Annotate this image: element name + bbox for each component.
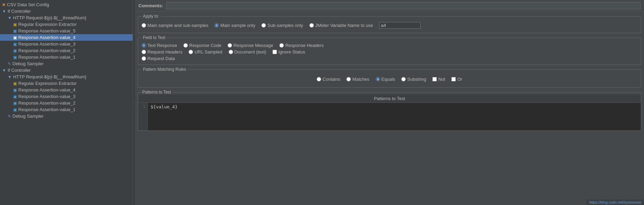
tree-label-assert2: Response Assertion-value_2 xyxy=(18,48,76,53)
tree-item-debug2[interactable]: ✎Debug Sampler xyxy=(0,113,133,119)
tree-icon-http2: ▼ xyxy=(8,75,12,79)
tree-label-assert2b: Response Assertion-value_2 xyxy=(18,100,76,106)
apply-main-sub[interactable]: Main sample and sub-samples xyxy=(142,23,208,28)
field-document-text[interactable]: Document (text) xyxy=(229,49,266,55)
jmeter-var-input-row xyxy=(379,22,421,29)
tree-item-debug1[interactable]: ✎Debug Sampler xyxy=(0,60,133,67)
tree-panel: ✖CSV Data Set Config▼If Controller▼HTTP … xyxy=(0,0,133,205)
pattern-substring[interactable]: Substring xyxy=(401,77,426,82)
tree-icon-regex1: ▣ xyxy=(13,22,17,27)
tree-icon-assert4: ▣ xyxy=(13,35,17,40)
tree-label-if2: If Controller xyxy=(8,68,31,73)
field-to-test-legend: Field to Test xyxy=(142,35,166,40)
url-bar: https://blog.csdn.net/zyooooxie xyxy=(586,199,644,205)
tree-icon-http1: ▼ xyxy=(8,16,12,20)
tree-label-debug2: Debug Sampler xyxy=(12,114,44,119)
tree-item-assert1[interactable]: ▣Response Assertion-value_1 xyxy=(0,54,133,60)
field-response-message[interactable]: Response Message xyxy=(228,43,273,48)
pattern-not[interactable]: Not xyxy=(432,77,445,82)
tree-icon-assert2b: ▣ xyxy=(13,101,17,106)
tree-icon-debug2: ✎ xyxy=(8,114,11,119)
field-response-headers[interactable]: Response Headers xyxy=(279,43,324,48)
tree-label-http2: HTTP Request-${p}-${__threadNum} xyxy=(13,74,86,79)
field-request-data[interactable]: Request Data xyxy=(142,56,175,61)
tree-label-regex2: Regular Expression Extractor xyxy=(18,81,77,86)
right-panel: Comments: Apply to: Main sample and sub-… xyxy=(135,0,644,205)
tree-item-assert3[interactable]: ▣Response Assertion-value_3 xyxy=(0,41,133,47)
jmeter-var-input[interactable] xyxy=(379,22,421,29)
field-row-3: Request Data xyxy=(142,55,637,62)
tree-label-assert4b: Response Assertion-value_4 xyxy=(18,87,76,92)
apply-to-options: Main sample and sub-samples Main sample … xyxy=(142,21,637,30)
code-content[interactable]: ${value_4} xyxy=(148,103,641,130)
tree-item-regex1[interactable]: ▣Regular Expression Extractor xyxy=(0,21,133,28)
tree-icon-assert2: ▣ xyxy=(13,48,17,53)
tree-icon-assert1b: ▣ xyxy=(13,107,17,112)
tree-item-assert4b[interactable]: ▣Response Assertion-value_4 xyxy=(0,87,133,93)
tree-item-http1[interactable]: ▼HTTP Request-${p}-${__threadNum} xyxy=(0,14,133,21)
tree-label-debug1: Debug Sampler xyxy=(12,61,44,66)
pattern-matches[interactable]: Matches xyxy=(346,77,369,82)
field-text-response[interactable]: Text Response xyxy=(142,43,177,48)
patterns-to-test-section: Patterns to Test Patterns to Test 1 ${va… xyxy=(138,90,641,131)
tree-item-assert2[interactable]: ▣Response Assertion-value_2 xyxy=(0,47,133,54)
comments-input[interactable] xyxy=(166,2,641,9)
apply-to-legend: Apply to: xyxy=(142,14,161,19)
tree-icon-assert1: ▣ xyxy=(13,55,17,60)
tree-item-if2[interactable]: ▼If Controller xyxy=(0,67,133,74)
apply-main-only[interactable]: Main sample only xyxy=(214,23,255,28)
tree-label-csv: CSV Data Set Config xyxy=(7,2,49,7)
tree-item-assert5[interactable]: ▣Response Assertion-value_5 xyxy=(0,28,133,34)
tree-label-assert4: Response Assertion-value_4 xyxy=(18,35,76,40)
patterns-to-test-header: Patterns to Test xyxy=(138,95,641,103)
apply-to-section: Apply to: Main sample and sub-samples Ma… xyxy=(138,14,641,33)
tree-icon-csv: ✖ xyxy=(2,2,6,7)
tree-item-assert1b[interactable]: ▣Response Assertion-value_1 xyxy=(0,106,133,113)
tree-label-http1: HTTP Request-${p}-${__threadNum} xyxy=(13,15,86,20)
field-url-sampled[interactable]: URL Sampled xyxy=(189,49,222,55)
tree-item-if1[interactable]: ▼If Controller xyxy=(0,8,133,14)
tree-label-assert3: Response Assertion-value_3 xyxy=(18,41,76,47)
pattern-matching-legend: Pattern Matching Rules xyxy=(142,67,188,72)
patterns-editor: 1 ${value_4} xyxy=(138,103,641,130)
tree-item-assert4[interactable]: ▣Response Assertion-value_4 xyxy=(0,34,133,41)
pattern-contains[interactable]: Contains xyxy=(317,77,340,82)
field-response-code[interactable]: Response Code xyxy=(183,43,221,48)
field-request-headers[interactable]: Request Headers xyxy=(142,49,182,55)
tree-item-regex2[interactable]: ▣Regular Expression Extractor xyxy=(0,80,133,87)
tree-item-csv[interactable]: ✖CSV Data Set Config xyxy=(0,1,133,8)
apply-jmeter-var[interactable]: JMeter Variable Name to use xyxy=(309,23,373,28)
tree-item-http2[interactable]: ▼HTTP Request-${p}-${__threadNum} xyxy=(0,74,133,80)
tree-icon-if2: ▼ xyxy=(2,68,6,73)
tree-label-assert1: Response Assertion-value_1 xyxy=(18,55,76,60)
tree-label-assert1b: Response Assertion-value_1 xyxy=(18,107,76,112)
tree-icon-assert3: ▣ xyxy=(13,42,17,47)
pattern-matching-section: Pattern Matching Rules Contains Matches … xyxy=(138,67,641,88)
field-ignore-status[interactable]: Ignore Status xyxy=(272,49,305,55)
tree-icon-debug1: ✎ xyxy=(8,61,11,66)
pattern-equals[interactable]: Equals xyxy=(376,77,395,82)
url-text: https://blog.csdn.net/zyooooxie xyxy=(589,200,641,204)
pattern-or[interactable]: Or xyxy=(451,77,462,82)
pattern-matching-options: Contains Matches Equals Substring Not Or xyxy=(142,74,637,85)
tree-item-assert2b[interactable]: ▣Response Assertion-value_2 xyxy=(0,100,133,106)
tree-icon-assert5: ▣ xyxy=(13,29,17,33)
field-row-1: Text Response Response Code Response Mes… xyxy=(142,42,637,49)
comments-row: Comments: xyxy=(135,0,644,12)
field-row-2: Request Headers URL Sampled Document (te… xyxy=(142,49,637,55)
tree-icon-assert3b: ▣ xyxy=(13,94,17,99)
comments-label: Comments: xyxy=(138,3,163,8)
tree-label-regex1: Regular Expression Extractor xyxy=(18,22,77,27)
patterns-to-test-legend: Patterns to Test xyxy=(141,90,172,95)
field-to-test-section: Field to Test Text Response Response Cod… xyxy=(138,35,641,65)
tree-icon-if1: ▼ xyxy=(2,9,6,14)
tree-icon-regex2: ▣ xyxy=(13,81,17,86)
tree-label-assert3b: Response Assertion-value_3 xyxy=(18,94,76,99)
tree-icon-assert4b: ▣ xyxy=(13,88,17,92)
tree-label-assert5: Response Assertion-value_5 xyxy=(18,28,76,33)
tree-item-assert3b[interactable]: ▣Response Assertion-value_3 xyxy=(0,93,133,100)
line-numbers: 1 xyxy=(138,103,148,130)
tree-label-if1: If Controller xyxy=(8,9,31,14)
apply-sub-only[interactable]: Sub-samples only xyxy=(261,23,303,28)
